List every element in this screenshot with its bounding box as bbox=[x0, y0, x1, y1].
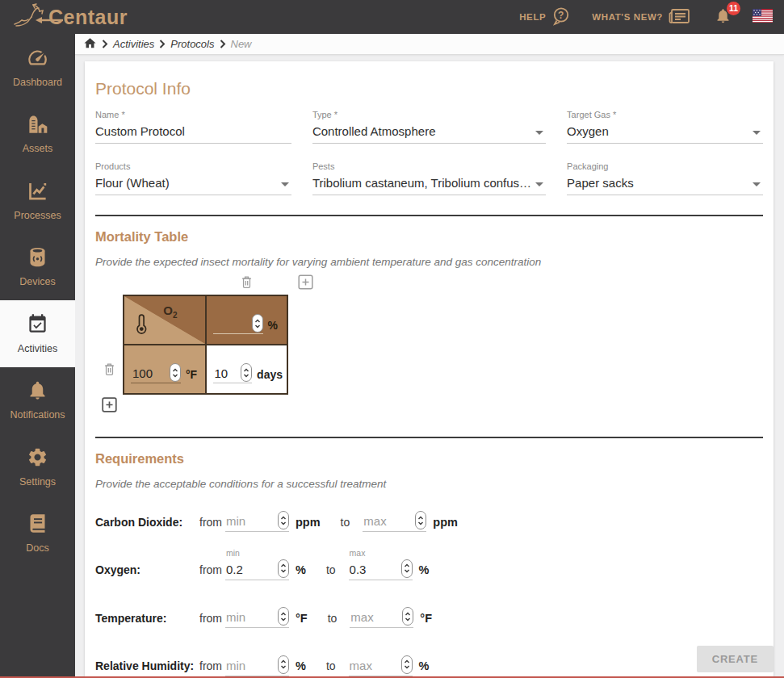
to-label: to bbox=[341, 516, 350, 529]
unit-label: % bbox=[419, 563, 430, 576]
oxygen-max-field: max bbox=[349, 560, 413, 580]
sidebar-item-label: Assets bbox=[23, 143, 53, 154]
concentration-input[interactable] bbox=[213, 317, 245, 333]
help-button[interactable]: HELP ? bbox=[519, 6, 571, 27]
name-input[interactable] bbox=[95, 119, 291, 144]
temperature-input[interactable] bbox=[131, 366, 163, 383]
sidebar-item-devices[interactable]: Devices bbox=[0, 234, 75, 301]
breadcrumb: Activities Protocols New bbox=[75, 34, 784, 55]
sidebar: Dashboard Assets Processes bbox=[0, 0, 75, 678]
sidebar-item-label: Docs bbox=[26, 542, 48, 554]
stepper-control[interactable] bbox=[278, 511, 289, 529]
to-label: to bbox=[326, 563, 336, 576]
sidebar-item-processes[interactable]: Processes bbox=[0, 167, 75, 234]
sidebar-item-label: Devices bbox=[19, 276, 55, 287]
gauge-icon bbox=[27, 47, 48, 72]
temperature-min-input[interactable] bbox=[225, 610, 272, 627]
products-select[interactable]: Flour (Wheat) bbox=[95, 171, 291, 195]
co2-min-input[interactable] bbox=[225, 514, 272, 531]
requirement-row-temperature: Temperature: from °F to °F bbox=[95, 594, 763, 642]
oxygen-max-input[interactable] bbox=[349, 563, 396, 580]
brand-logo[interactable]: Centaur bbox=[11, 2, 128, 32]
sidebar-item-notifications[interactable]: Notifications bbox=[0, 367, 75, 434]
chevron-down-icon bbox=[753, 182, 761, 186]
chevron-right-icon bbox=[220, 40, 226, 48]
silo-barn-icon bbox=[27, 113, 48, 138]
gear-icon bbox=[27, 446, 48, 471]
thermometer-icon bbox=[134, 314, 149, 338]
whats-new-label: WHAT'S NEW? bbox=[592, 12, 663, 22]
breadcrumb-protocols[interactable]: Protocols bbox=[170, 38, 214, 50]
stepper-control[interactable] bbox=[278, 559, 289, 578]
stepper-control[interactable] bbox=[278, 655, 289, 674]
stepper-control[interactable] bbox=[252, 314, 263, 333]
add-row-button[interactable] bbox=[102, 397, 117, 412]
stepper-control[interactable] bbox=[415, 511, 426, 529]
pests-select[interactable]: Tribolium castaneum, Tribolium confus… bbox=[312, 171, 546, 195]
temperature-min-field bbox=[225, 608, 289, 628]
protocol-form-card: Protocol Info Name * Type * Controlled A… bbox=[85, 61, 774, 678]
mortality-table-widget: O2 bbox=[95, 274, 763, 417]
sidebar-item-docs[interactable]: Docs bbox=[0, 500, 75, 567]
mortality-table-subtitle: Provide the expected insect mortality fo… bbox=[95, 256, 763, 268]
breadcrumb-activities[interactable]: Activities bbox=[113, 38, 154, 50]
chevron-down-icon bbox=[281, 182, 289, 186]
notifications-button[interactable]: 11 bbox=[715, 7, 732, 27]
co2-max-input[interactable] bbox=[363, 514, 409, 531]
products-field[interactable]: Products Flour (Wheat) bbox=[95, 161, 291, 195]
top-bar: Centaur HELP ? WHAT'S NEW? bbox=[0, 0, 784, 34]
packaging-field[interactable]: Packaging Paper sacks bbox=[567, 161, 763, 195]
stepper-control[interactable] bbox=[401, 559, 413, 578]
whats-new-button[interactable]: WHAT'S NEW? bbox=[592, 8, 690, 27]
add-column-button[interactable] bbox=[298, 274, 313, 290]
target-gas-select[interactable]: Oxygen bbox=[567, 119, 763, 144]
type-field[interactable]: Type * Controlled Atmosphere bbox=[312, 110, 546, 144]
create-button[interactable]: CREATE bbox=[697, 646, 774, 672]
requirements-rows: Carbon Dioxide: from ppm to ppm Oxygen: … bbox=[95, 498, 763, 678]
temperature-max-input[interactable] bbox=[350, 610, 396, 627]
sidebar-item-dashboard[interactable]: Dashboard bbox=[0, 34, 75, 101]
sidebar-item-label: Settings bbox=[19, 476, 56, 488]
unit-label: ppm bbox=[433, 516, 458, 529]
type-select[interactable]: Controlled Atmosphere bbox=[312, 119, 546, 144]
humidity-min-input[interactable] bbox=[225, 659, 272, 676]
requirement-label: Oxygen: bbox=[95, 563, 199, 576]
sidebar-item-assets[interactable]: Assets bbox=[0, 101, 75, 168]
co2-min-field bbox=[225, 512, 289, 532]
sidebar-item-settings[interactable]: Settings bbox=[0, 433, 75, 500]
chevron-right-icon bbox=[159, 40, 166, 48]
sidebar-item-label: Dashboard bbox=[13, 77, 62, 88]
sidebar-item-activities[interactable]: Activities bbox=[0, 300, 75, 367]
humidity-max-input[interactable] bbox=[349, 659, 396, 676]
requirement-label: Relative Humidity: bbox=[95, 659, 199, 672]
stepper-control[interactable] bbox=[401, 655, 413, 674]
packaging-select[interactable]: Paper sacks bbox=[567, 171, 763, 195]
delete-row-button[interactable] bbox=[102, 362, 117, 377]
delete-column-button[interactable] bbox=[239, 274, 254, 290]
stepper-control[interactable] bbox=[402, 607, 413, 626]
stepper-control[interactable] bbox=[170, 363, 181, 382]
breadcrumb-new: New bbox=[231, 38, 252, 50]
home-icon[interactable] bbox=[83, 36, 97, 52]
requirement-row-oxygen: Oxygen: from min % to max % bbox=[95, 546, 763, 595]
pests-field[interactable]: Pests Tribolium castaneum, Tribolium con… bbox=[312, 161, 546, 195]
help-bubble-icon: ? bbox=[551, 6, 571, 27]
to-label: to bbox=[328, 612, 337, 625]
requirement-row-carbon-dioxide: Carbon Dioxide: from ppm to ppm bbox=[95, 498, 763, 546]
stepper-control[interactable] bbox=[241, 363, 252, 382]
sidebar-item-label: Activities bbox=[18, 343, 57, 354]
humidity-min-field bbox=[225, 656, 289, 676]
requirement-label: Temperature: bbox=[95, 612, 199, 625]
requirement-row-relative-humidity: Relative Humidity: from % to % bbox=[95, 642, 763, 678]
stepper-control[interactable] bbox=[278, 607, 289, 626]
page-title: Protocol Info bbox=[95, 79, 763, 98]
duration-unit: days bbox=[257, 368, 283, 383]
help-label: HELP bbox=[519, 12, 546, 22]
target-gas-field[interactable]: Target Gas * Oxygen bbox=[567, 110, 763, 144]
oxygen-min-input[interactable] bbox=[225, 563, 272, 580]
main-content: Protocol Info Name * Type * Controlled A… bbox=[75, 56, 784, 678]
us-flag-icon[interactable] bbox=[753, 9, 773, 26]
device-cylinder-icon bbox=[27, 246, 48, 271]
unit-label: °F bbox=[420, 612, 432, 625]
gas-symbol: O2 bbox=[163, 303, 177, 320]
